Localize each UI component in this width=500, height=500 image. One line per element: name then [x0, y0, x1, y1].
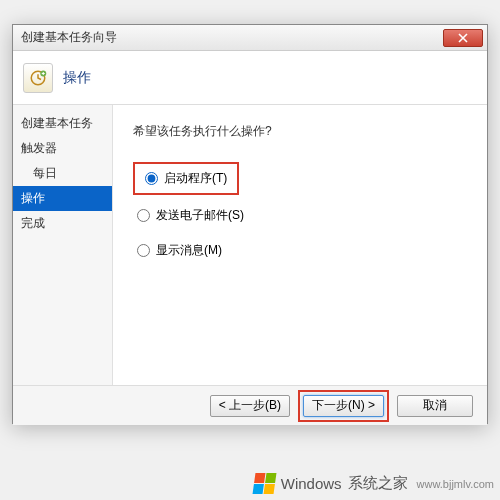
sidebar-item-create-task[interactable]: 创建基本任务: [13, 111, 112, 136]
footer: < 上一步(B) 下一步(N) > 取消: [13, 385, 487, 425]
wizard-icon: [23, 63, 53, 93]
next-button[interactable]: 下一步(N) >: [303, 395, 384, 417]
option-show-message-radio[interactable]: [137, 244, 150, 257]
header-panel: 操作: [13, 51, 487, 105]
sidebar-item-action[interactable]: 操作: [13, 186, 112, 211]
titlebar: 创建基本任务向导: [13, 25, 487, 51]
option-send-email-radio[interactable]: [137, 209, 150, 222]
watermark: Windows 系统之家 www.bjjmlv.com: [254, 473, 494, 494]
back-button[interactable]: < 上一步(B): [210, 395, 290, 417]
watermark-brand: Windows: [281, 475, 342, 492]
option-start-program[interactable]: 启动程序(T): [141, 168, 231, 189]
page-title: 操作: [63, 69, 91, 87]
option-start-program-radio[interactable]: [145, 172, 158, 185]
prompt-text: 希望该任务执行什么操作?: [133, 123, 467, 140]
watermark-suffix: 系统之家: [348, 474, 408, 493]
option-send-email[interactable]: 发送电子邮件(S): [133, 205, 467, 226]
windows-logo-icon: [252, 473, 276, 494]
option-start-program-label: 启动程序(T): [164, 170, 227, 187]
dialog-body: 创建基本任务 触发器 每日 操作 完成 希望该任务执行什么操作? 启动程序(T)…: [13, 105, 487, 385]
annotation-box-next: 下一步(N) >: [298, 390, 389, 422]
sidebar-item-trigger[interactable]: 触发器: [13, 136, 112, 161]
watermark-url: www.bjjmlv.com: [417, 478, 494, 490]
cancel-button[interactable]: 取消: [397, 395, 473, 417]
sidebar-item-daily[interactable]: 每日: [13, 161, 112, 186]
option-show-message[interactable]: 显示消息(M): [133, 240, 467, 261]
window-title: 创建基本任务向导: [21, 29, 443, 46]
annotation-box-option: 启动程序(T): [133, 162, 239, 195]
option-send-email-label: 发送电子邮件(S): [156, 207, 244, 224]
wizard-dialog: 创建基本任务向导 操作 创建基本任务 触发器 每日 操作 完成 希望该任务执行什…: [12, 24, 488, 424]
sidebar: 创建基本任务 触发器 每日 操作 完成: [13, 105, 113, 385]
sidebar-item-finish[interactable]: 完成: [13, 211, 112, 236]
option-show-message-label: 显示消息(M): [156, 242, 222, 259]
close-button[interactable]: [443, 29, 483, 47]
content-panel: 希望该任务执行什么操作? 启动程序(T) 发送电子邮件(S) 显示消息(M): [113, 105, 487, 385]
